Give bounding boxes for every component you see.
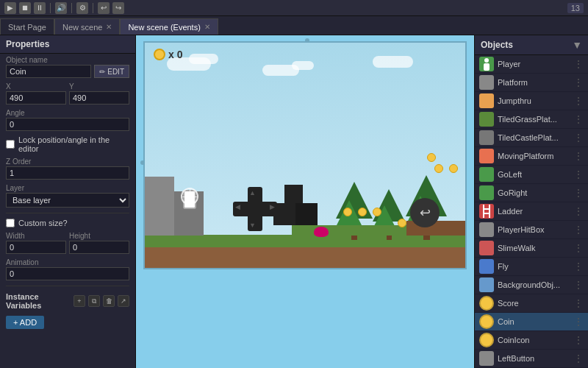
dpad[interactable]: ◀ ▶ ▲ ▼ bbox=[233, 187, 277, 231]
object-item-coin[interactable]: Coin⋮ bbox=[475, 313, 588, 331]
handle-top[interactable] bbox=[305, 38, 309, 43]
obj-name-8: Ladder bbox=[498, 207, 570, 216]
obj-menu-0[interactable]: ⋮ bbox=[573, 58, 584, 70]
obj-menu-8[interactable]: ⋮ bbox=[573, 205, 584, 217]
coin-count: x 0 bbox=[168, 49, 182, 60]
z-order-input[interactable] bbox=[6, 166, 129, 180]
add-variable-button[interactable]: + ADD bbox=[6, 316, 44, 329]
object-item-ladder[interactable]: Ladder⋮ bbox=[475, 202, 588, 221]
obj-menu-6[interactable]: ⋮ bbox=[573, 169, 584, 180]
var-icon-copy[interactable]: ⧉ bbox=[88, 295, 100, 307]
redo-button[interactable]: ↪ bbox=[112, 2, 124, 14]
tab-bar: Start Page New scene ✕ New scene (Events… bbox=[0, 16, 588, 35]
dark-block-3 bbox=[284, 185, 303, 203]
object-item-platform[interactable]: Platform⋮ bbox=[475, 74, 588, 92]
coin-scene-8 bbox=[434, 164, 443, 173]
object-name-row: Object name ✏ EDIT bbox=[0, 54, 135, 80]
undo-button[interactable]: ↩ bbox=[98, 2, 110, 14]
tab-new-scene-events-close[interactable]: ✕ bbox=[204, 23, 210, 31]
lock-checkbox[interactable] bbox=[6, 140, 15, 149]
obj-menu-1[interactable]: ⋮ bbox=[573, 77, 584, 88]
obj-menu-12[interactable]: ⋮ bbox=[573, 279, 584, 291]
object-item-tiledcastleplat[interactable]: TiledCastlePlat...⋮ bbox=[475, 129, 588, 147]
object-item-backgroundobj[interactable]: BackgroundObj...⋮ bbox=[475, 276, 588, 294]
obj-thumb-1 bbox=[479, 75, 494, 90]
obj-menu-14[interactable]: ⋮ bbox=[573, 316, 584, 328]
toolbar-icon-1[interactable]: ▶ bbox=[4, 2, 16, 14]
handle-left[interactable] bbox=[140, 160, 145, 165]
angle-input[interactable] bbox=[6, 118, 129, 131]
obj-thumb-8 bbox=[479, 204, 494, 219]
object-item-coinicon[interactable]: CoinIcon⋮ bbox=[475, 331, 588, 350]
object-item-fly[interactable]: Fly⋮ bbox=[475, 258, 588, 276]
animation-input[interactable] bbox=[6, 267, 129, 280]
toolbar-icon-3[interactable]: ⏸ bbox=[34, 2, 46, 14]
object-name-input[interactable] bbox=[6, 65, 91, 78]
objects-panel-header: Objects ▼ bbox=[475, 35, 588, 55]
object-item-movingplatform[interactable]: MovingPlatform⋮ bbox=[475, 147, 588, 166]
tab-new-scene-close[interactable]: ✕ bbox=[106, 23, 112, 31]
edit-object-button[interactable]: ✏ EDIT bbox=[94, 65, 129, 78]
var-icon-delete[interactable]: 🗑 bbox=[103, 295, 115, 307]
width-input[interactable] bbox=[6, 241, 66, 254]
coin-counter: x 0 bbox=[154, 49, 182, 60]
tab-start-page[interactable]: Start Page bbox=[0, 18, 54, 35]
object-item-leftbutton[interactable]: LeftButton⋮ bbox=[475, 350, 588, 368]
obj-menu-2[interactable]: ⋮ bbox=[573, 95, 584, 107]
dark-block-2 bbox=[295, 203, 318, 225]
object-item-score[interactable]: Score⋮ bbox=[475, 294, 588, 313]
ground-dirt bbox=[145, 247, 465, 268]
jump-button[interactable]: ↩ bbox=[410, 198, 440, 227]
obj-name-10: SlimeWalk bbox=[498, 244, 570, 252]
y-input[interactable] bbox=[69, 91, 129, 105]
scene-viewport[interactable]: x 0 bbox=[143, 41, 467, 269]
object-item-goleft[interactable]: GoLeft⋮ bbox=[475, 166, 588, 184]
obj-name-2: Jumpthru bbox=[498, 96, 570, 105]
object-item-playerhitbox[interactable]: PlayerHitBox⋮ bbox=[475, 221, 588, 239]
angle-label: Angle bbox=[6, 109, 129, 117]
obj-menu-13[interactable]: ⋮ bbox=[573, 297, 584, 309]
obj-menu-11[interactable]: ⋮ bbox=[573, 261, 584, 272]
object-name-field-group: ✏ EDIT bbox=[6, 65, 129, 78]
slime-enemy bbox=[314, 227, 329, 237]
obj-thumb-15 bbox=[479, 333, 494, 347]
obj-menu-9[interactable]: ⋮ bbox=[573, 224, 584, 236]
var-icon-link[interactable]: ↗ bbox=[118, 295, 129, 307]
object-item-tiledgrassplat[interactable]: TiledGrassPlat...⋮ bbox=[475, 110, 588, 129]
obj-menu-16[interactable]: ⋮ bbox=[573, 353, 584, 364]
x-input[interactable] bbox=[6, 91, 66, 105]
wh-row: Width Height bbox=[0, 230, 135, 256]
obj-menu-3[interactable]: ⋮ bbox=[573, 113, 584, 125]
object-item-slimewalk[interactable]: SlimeWalk⋮ bbox=[475, 239, 588, 258]
obj-menu-4[interactable]: ⋮ bbox=[573, 132, 584, 144]
obj-name-5: MovingPlatform bbox=[498, 152, 570, 160]
object-item-jumpthru[interactable]: Jumpthru⋮ bbox=[475, 92, 588, 110]
obj-menu-15[interactable]: ⋮ bbox=[573, 334, 584, 346]
custom-size-checkbox[interactable] bbox=[6, 219, 15, 227]
toolbar-icon-5[interactable]: ⚙ bbox=[76, 2, 88, 14]
cloud-4 bbox=[292, 61, 314, 70]
obj-menu-5[interactable]: ⋮ bbox=[573, 150, 584, 162]
object-item-player[interactable]: Player⋮ bbox=[475, 55, 588, 74]
obj-menu-7[interactable]: ⋮ bbox=[573, 187, 584, 199]
filter-icon[interactable]: ▼ bbox=[572, 39, 582, 51]
object-item-goright[interactable]: GoRight⋮ bbox=[475, 184, 588, 202]
height-col: Height bbox=[69, 232, 129, 254]
main-layout: Properties Object name ✏ EDIT X Y Ang bbox=[0, 35, 588, 368]
toolbar-icon-4[interactable]: 🔊 bbox=[55, 2, 67, 14]
tab-new-scene[interactable]: New scene ✕ bbox=[54, 18, 120, 35]
obj-thumb-14 bbox=[479, 314, 494, 329]
obj-thumb-7 bbox=[479, 185, 494, 200]
scene-canvas[interactable]: x 0 bbox=[136, 35, 474, 368]
obj-name-0: Player bbox=[498, 60, 570, 68]
obj-menu-10[interactable]: ⋮ bbox=[573, 242, 584, 254]
obj-thumb-11 bbox=[479, 259, 494, 274]
angle-row: Angle bbox=[0, 107, 135, 133]
tab-new-scene-events[interactable]: New scene (Events) ✕ bbox=[120, 18, 218, 35]
height-input[interactable] bbox=[69, 241, 129, 254]
y-label: Y bbox=[69, 82, 129, 91]
toolbar-icon-2[interactable]: ⏹ bbox=[19, 2, 31, 14]
layer-select[interactable]: Base layer bbox=[6, 193, 129, 208]
svg-rect-3 bbox=[489, 205, 490, 218]
var-icon-add[interactable]: + bbox=[74, 295, 85, 307]
